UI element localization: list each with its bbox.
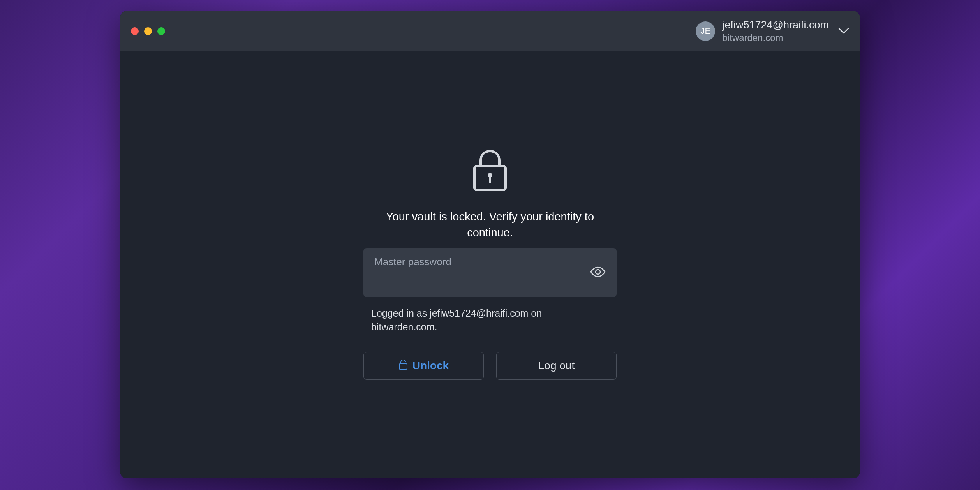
account-switcher[interactable]: JE jefiw51724@hraifi.com bitwarden.com xyxy=(696,19,849,44)
main-content: Your vault is locked. Verify your identi… xyxy=(120,51,860,478)
unlock-button-label: Unlock xyxy=(412,360,449,372)
account-text: jefiw51724@hraifi.com bitwarden.com xyxy=(722,19,829,44)
avatar: JE xyxy=(696,21,715,41)
avatar-initials: JE xyxy=(701,26,711,36)
chevron-down-icon xyxy=(838,26,849,37)
close-window-button[interactable] xyxy=(131,27,139,35)
unlock-icon xyxy=(398,359,408,373)
lock-icon xyxy=(471,149,509,194)
master-password-field-wrapper[interactable]: Master password xyxy=(363,248,617,297)
svg-rect-4 xyxy=(399,364,407,369)
logout-button[interactable]: Log out xyxy=(496,352,617,380)
svg-point-3 xyxy=(596,270,600,274)
show-password-icon[interactable] xyxy=(590,266,606,279)
master-password-label: Master password xyxy=(374,256,451,268)
traffic-lights xyxy=(131,27,165,35)
app-window: JE jefiw51724@hraifi.com bitwarden.com xyxy=(120,11,860,478)
unlock-button[interactable]: Unlock xyxy=(363,352,484,380)
vault-locked-message: Your vault is locked. Verify your identi… xyxy=(381,209,599,240)
minimize-window-button[interactable] xyxy=(144,27,152,35)
logged-in-status: Logged in as jefiw51724@hraifi.com on bi… xyxy=(363,307,617,334)
account-domain: bitwarden.com xyxy=(722,32,829,44)
button-row: Unlock Log out xyxy=(363,352,617,380)
account-email: jefiw51724@hraifi.com xyxy=(722,19,829,32)
title-bar: JE jefiw51724@hraifi.com bitwarden.com xyxy=(120,11,860,51)
maximize-window-button[interactable] xyxy=(157,27,165,35)
logout-button-label: Log out xyxy=(538,360,575,372)
master-password-input[interactable] xyxy=(374,271,582,290)
svg-rect-2 xyxy=(489,177,491,183)
